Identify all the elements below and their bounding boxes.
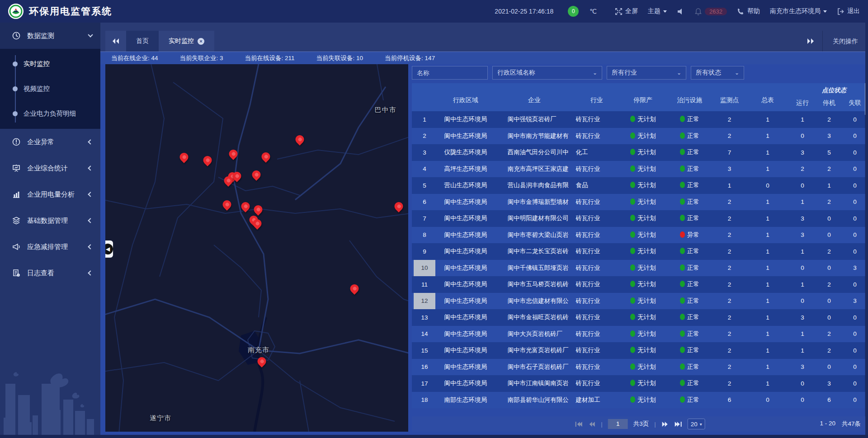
- logout-button[interactable]: 退出: [837, 7, 860, 15]
- sidebar-item-企业电力负荷明细[interactable]: 企业电力负荷明细: [0, 101, 100, 126]
- map-collapse-handle[interactable]: ◀: [105, 240, 113, 258]
- tabs-scroll-left-button[interactable]: [105, 31, 126, 52]
- page-number-input[interactable]: 1: [608, 419, 628, 429]
- cell-facility-status: 正常: [667, 181, 712, 189]
- double-left-arrow-icon: [112, 38, 120, 44]
- cell-facility-status: 正常: [667, 346, 712, 354]
- sidebar-group-3[interactable]: 企业用电量分析: [0, 181, 100, 207]
- tab-实时监控[interactable]: 实时监控×: [159, 31, 214, 52]
- name-filter-input[interactable]: [417, 69, 483, 76]
- table-row[interactable]: 5营山生态环境局营山县润丰肉食品有限食品无计划正常10010: [412, 177, 868, 194]
- first-page-button[interactable]: [575, 421, 582, 427]
- presentation-icon: [12, 164, 21, 173]
- status-filter-select[interactable]: 所有状态 ⌄: [691, 66, 744, 80]
- status-dot-icon: [630, 347, 635, 353]
- table-row[interactable]: 9阆中生态环境局阆中市二龙长宝页岩砖砖瓦行业无计划正常21120: [412, 243, 868, 260]
- filter-bar: 行政区域名称 ⌄ 所有行业 ⌄ 所有状态 ⌄: [412, 66, 868, 80]
- table-row[interactable]: 11阆中生态环境局阆中市五马桥页岩机砖砖瓦行业无计划正常21120: [412, 276, 868, 293]
- cell-lost: 0: [842, 281, 868, 288]
- status-dot-icon: [630, 281, 635, 287]
- theme-dropdown[interactable]: 主题: [648, 7, 667, 15]
- cell-company: 阆中市金福旺页岩机砖: [494, 313, 575, 321]
- tab-label: 首页: [136, 37, 149, 45]
- sidebar-group-6[interactable]: 日志查看: [0, 260, 100, 286]
- sidebar-group-label: 数据监测: [27, 32, 82, 40]
- chevron-down-icon: ▾: [700, 422, 702, 427]
- sidebar-item-实时监控[interactable]: 实时监控: [0, 52, 100, 76]
- table-row[interactable]: 15阆中生态环境局阆中市光富页岩机砖厂砖瓦行业无计划正常21120: [412, 342, 868, 359]
- sidebar-group-0[interactable]: 数据监测: [0, 23, 100, 49]
- cell-monitor-points: 2: [712, 198, 747, 205]
- tabs-scroll-right-button[interactable]: [799, 38, 822, 44]
- notifications-button[interactable]: 2632: [694, 8, 727, 15]
- cell-stopped: 2: [816, 198, 842, 205]
- map-panel[interactable]: 巴中市南充市遂宁市 ◀: [105, 64, 408, 432]
- table-row[interactable]: 12阆中生态环境局阆中市忠信建材有限公砖瓦行业无计划正常21003: [412, 293, 868, 310]
- cell-industry: 砖瓦行业: [575, 280, 618, 288]
- sidebar-group-4[interactable]: 基础数据管理: [0, 207, 100, 234]
- status-dot-icon: [630, 248, 635, 254]
- cell-company: 阆中市南方节能建材有: [494, 132, 575, 140]
- cell-running: 1: [788, 248, 816, 255]
- table-row[interactable]: 13阆中生态环境局阆中市金福旺页岩机砖砖瓦行业无计划正常21300: [412, 309, 868, 326]
- help-button[interactable]: 帮助: [737, 7, 760, 15]
- table-row[interactable]: 3仪陇生态环境局西南油气田分公司川中化工无计划正常71350: [412, 144, 868, 161]
- sidebar-group-5[interactable]: 应急减排管理: [0, 234, 100, 260]
- cell-monitor-points: 2: [712, 314, 747, 321]
- close-operations-button[interactable]: 关闭操作: [822, 31, 868, 52]
- table-row[interactable]: 7阆中生态环境局阆中明阳建材有限公司砖瓦行业无计划正常21300: [412, 210, 868, 227]
- phone-icon: [737, 8, 745, 15]
- table-row[interactable]: 14阆中生态环境局阆中大兴页岩机砖厂砖瓦行业无计划正常21120: [412, 326, 868, 343]
- table-row[interactable]: 1阆中生态环境局阆中强锐页岩砖厂砖瓦行业无计划正常21120: [412, 111, 868, 128]
- mute-button[interactable]: [677, 8, 684, 15]
- cell-total-meters: 1: [747, 198, 788, 205]
- status-dot-icon: [680, 231, 685, 238]
- table-row[interactable]: 18南部生态环境局南部县碧华山河有限公建材加工无计划正常60060: [412, 392, 868, 409]
- cell-lost: 0: [842, 231, 868, 238]
- table-row[interactable]: 17阆中生态环境局阆中市江南镇阆南页岩砖瓦行业无计划正常21030: [412, 375, 868, 392]
- cell-lost: 0: [842, 149, 868, 156]
- cell-running: 0: [788, 297, 816, 304]
- row-index: 9: [412, 243, 437, 260]
- row-index: 4: [412, 161, 437, 178]
- prev-page-button[interactable]: [588, 421, 595, 427]
- status-dot-icon: [680, 314, 685, 320]
- sidebar-group-label: 基础数据管理: [27, 217, 82, 225]
- cell-running: 3: [788, 231, 816, 238]
- table-row[interactable]: 8阆中生态环境局阆中市枣碧大梁山页岩砖瓦行业无计划异常21300: [412, 227, 868, 244]
- cell-industry: 砖瓦行业: [575, 379, 618, 387]
- page-size-select[interactable]: 20 ▾: [688, 419, 705, 429]
- region-filter-select[interactable]: 行政区域名称 ⌄: [492, 66, 602, 80]
- tab-首页[interactable]: 首页: [126, 31, 159, 52]
- status-dot-icon: [680, 330, 685, 337]
- table-row[interactable]: 16阆中生态环境局阆中市石子页岩机砖厂砖瓦行业无计划正常21300: [412, 359, 868, 376]
- cell-facility-status: 正常: [667, 396, 712, 404]
- org-dropdown[interactable]: 南充市生态环境局: [770, 7, 827, 15]
- cell-monitor-points: 2: [712, 347, 747, 354]
- status-dot-icon: [630, 116, 635, 122]
- cell-industry: 砖瓦行业: [575, 132, 618, 140]
- cell-industry: 砖瓦行业: [575, 264, 618, 272]
- cell-industry: 砖瓦行业: [575, 313, 618, 321]
- sidebar-group-1[interactable]: 企业异常: [0, 129, 100, 155]
- cell-industry: 砖瓦行业: [575, 115, 618, 123]
- table-row[interactable]: 4高坪生态环境局南充市高坪区王家店建砖瓦行业无计划正常31220: [412, 161, 868, 178]
- tab-close-icon[interactable]: ×: [198, 38, 204, 45]
- sidebar-group-2[interactable]: 企业综合统计: [0, 155, 100, 181]
- table-row[interactable]: 2阆中生态环境局阆中市南方节能建材有砖瓦行业无计划正常21030: [412, 128, 868, 145]
- fullscreen-button[interactable]: 全屏: [615, 7, 638, 15]
- cell-limit-status: 无计划: [618, 247, 667, 255]
- table-row[interactable]: 6阆中生态环境局阆中市金博瑞新型墙材砖瓦行业无计划正常21120: [412, 194, 868, 211]
- industry-filter-value: 所有行业: [612, 69, 637, 77]
- row-index: 1: [412, 111, 437, 128]
- cell-running: 0: [788, 132, 816, 139]
- cell-monitor-points: 3: [712, 165, 747, 172]
- top-header: 环保用电监管系统 2021-02-25 17:46:18 0 ℃ 全屏 主题: [0, 0, 868, 23]
- table-row[interactable]: 10阆中生态环境局阆中千佛镇五郎垭页岩砖瓦行业无计划正常21003: [412, 260, 868, 277]
- last-page-button[interactable]: [675, 421, 682, 427]
- cell-company: 阆中市枣碧大梁山页岩: [494, 231, 575, 239]
- industry-filter-select[interactable]: 所有行业 ⌄: [607, 66, 686, 80]
- cell-monitor-points: 2: [712, 281, 747, 288]
- next-page-button[interactable]: [661, 421, 669, 427]
- sidebar-item-视频监控[interactable]: 视频监控: [0, 76, 100, 101]
